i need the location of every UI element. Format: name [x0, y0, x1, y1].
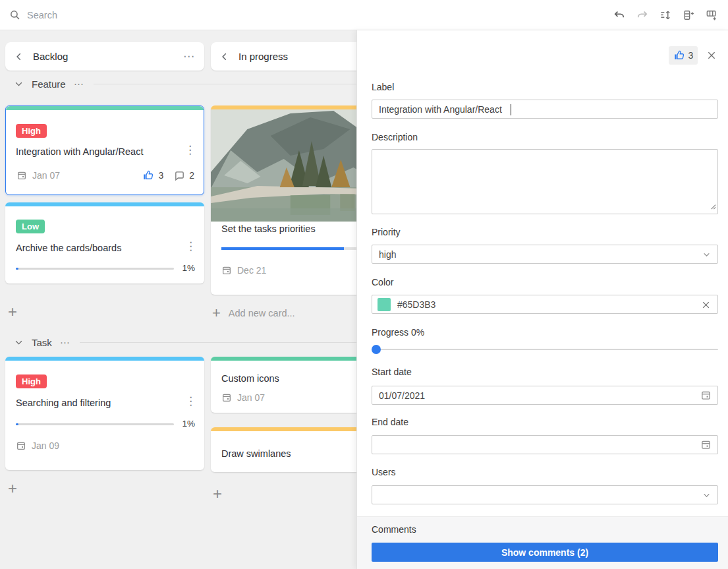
swimlane-header-task: Task ⋯ [0, 335, 356, 349]
editor-likes-count: 3 [688, 50, 694, 61]
likes-count: 3 [158, 170, 163, 181]
column-header-backlog[interactable]: Backlog ⋯ [5, 42, 204, 71]
card-color-bar [211, 427, 356, 431]
card-searching-and-filtering[interactable]: High Searching and filtering ⋮ 1% Jan 09 [5, 357, 204, 470]
card-menu-icon[interactable]: ⋮ [185, 241, 196, 252]
calendar-icon [16, 170, 27, 181]
undo-icon[interactable] [612, 8, 627, 22]
card-color-bar [211, 357, 356, 361]
label-input[interactable]: Integration with Angular/React [372, 100, 718, 119]
card-footer: Jan 07 [221, 392, 356, 403]
swimlane-title: Feature [32, 78, 66, 90]
search-icon [9, 9, 20, 20]
color-value: #65D3B3 [397, 299, 435, 310]
add-row-icon[interactable] [704, 8, 719, 22]
calendar-icon[interactable] [700, 390, 712, 401]
column-title: In progress [238, 51, 356, 62]
column-title: Backlog [33, 51, 183, 62]
card-title: Integration with Angular/React [16, 146, 143, 157]
users-select[interactable] [372, 485, 718, 504]
card-set-tasks-priorities[interactable]: Set the tasks priorities Dec 21 [211, 105, 356, 295]
card-menu-icon[interactable]: ⋮ [184, 144, 196, 156]
card-color-bar [5, 357, 204, 361]
text-caret [511, 104, 511, 115]
start-date-field-title: Start date [372, 367, 412, 377]
thumbs-up-icon [673, 49, 685, 61]
card-title: Set the tasks priorities [221, 224, 316, 234]
card-progress-bar [16, 423, 174, 425]
card-date: Jan 07 [16, 170, 60, 181]
card-menu-icon[interactable]: ⋮ [185, 396, 196, 407]
card-custom-icons[interactable]: Custom icons Jan 07 [211, 357, 356, 413]
calendar-icon [16, 440, 26, 451]
color-swatch [378, 298, 391, 311]
card-footer: Jan 09 [16, 440, 195, 451]
column-header-in-progress[interactable]: In progress [211, 42, 356, 71]
sort-icon[interactable] [658, 8, 673, 22]
card-progress-label: 1% [182, 263, 195, 273]
chevron-down-icon[interactable] [14, 338, 23, 347]
card-title: Draw swimlanes [221, 448, 291, 459]
card-footer: Jan 07 3 2 [16, 169, 194, 181]
card-integration-angular-react[interactable]: High Integration with Angular/React ⋮ Ja… [5, 105, 204, 195]
search-area [0, 9, 172, 20]
card-color-bar [5, 202, 204, 206]
swimlane-menu-icon[interactable]: ⋯ [60, 338, 70, 347]
card-cover-image-mountain-lake [211, 109, 356, 222]
calendar-icon[interactable] [700, 439, 712, 450]
end-date-field-title: End date [372, 417, 408, 427]
column-menu-icon[interactable]: ⋯ [183, 51, 195, 62]
close-icon[interactable] [705, 49, 718, 62]
top-toolbar [0, 0, 728, 30]
card-title: Searching and filtering [16, 398, 111, 408]
card-draw-swimlanes[interactable]: Draw swimlanes [211, 427, 356, 472]
color-picker-field[interactable]: #65D3B3 [372, 295, 718, 314]
chevron-down-icon[interactable] [14, 80, 23, 88]
card-progress-bar [221, 247, 356, 250]
show-comments-button[interactable]: Show comments (2) [372, 543, 718, 562]
description-textarea[interactable] [372, 149, 718, 214]
divider [94, 84, 356, 84]
card-title: Custom icons [221, 373, 279, 384]
swimlane-header-feature: Feature ⋯ [0, 76, 356, 91]
card-progress-label: 1% [182, 419, 195, 429]
add-new-card-label: Add new card... [229, 308, 295, 318]
card-archive-cards-boards[interactable]: Low Archive the cards/boards ⋮ 1% [5, 202, 204, 284]
add-column-icon[interactable] [681, 8, 696, 22]
clear-color-icon[interactable] [700, 299, 712, 311]
add-new-card-button[interactable]: + Add new card... [212, 307, 295, 319]
add-card-plus-button[interactable]: + [213, 487, 222, 500]
description-field-title: Description [372, 132, 418, 142]
priority-badge-high: High [16, 374, 47, 388]
add-card-plus-button[interactable]: + [8, 305, 17, 318]
slider-knob[interactable] [372, 345, 381, 354]
start-date-input[interactable]: 01/07/2021 [372, 386, 718, 405]
end-date-input[interactable] [372, 435, 718, 454]
priority-select[interactable]: high [372, 245, 718, 264]
label-field-title: Label [372, 82, 394, 92]
card-color-bar [6, 106, 204, 110]
toolbar-actions [612, 0, 719, 30]
redo-icon[interactable] [635, 8, 650, 22]
slider-track[interactable] [372, 349, 718, 350]
swimlane-menu-icon[interactable]: ⋯ [74, 79, 84, 89]
editor-likes-button[interactable]: 3 [669, 46, 698, 65]
search-input[interactable] [27, 10, 172, 20]
collapse-column-icon[interactable] [220, 52, 229, 61]
color-field-title: Color [372, 277, 393, 287]
priority-badge-low: Low [16, 220, 45, 233]
card-date: Dec 21 [221, 265, 266, 276]
resize-handle-icon[interactable] [709, 200, 716, 212]
add-card-plus-button[interactable]: + [8, 482, 17, 495]
chevron-down-icon [702, 491, 711, 499]
card-title: Archive the cards/boards [16, 243, 121, 253]
comment-icon[interactable] [174, 170, 185, 181]
progress-slider[interactable] [372, 345, 718, 354]
thumbs-up-icon[interactable] [142, 169, 154, 181]
card-progress-bar [16, 268, 174, 270]
divider [80, 342, 356, 343]
card-date: Jan 09 [16, 440, 59, 451]
plus-icon: + [212, 307, 221, 319]
comments-section: Comments Show comments (2) [357, 516, 728, 569]
collapse-column-icon[interactable] [14, 52, 24, 61]
